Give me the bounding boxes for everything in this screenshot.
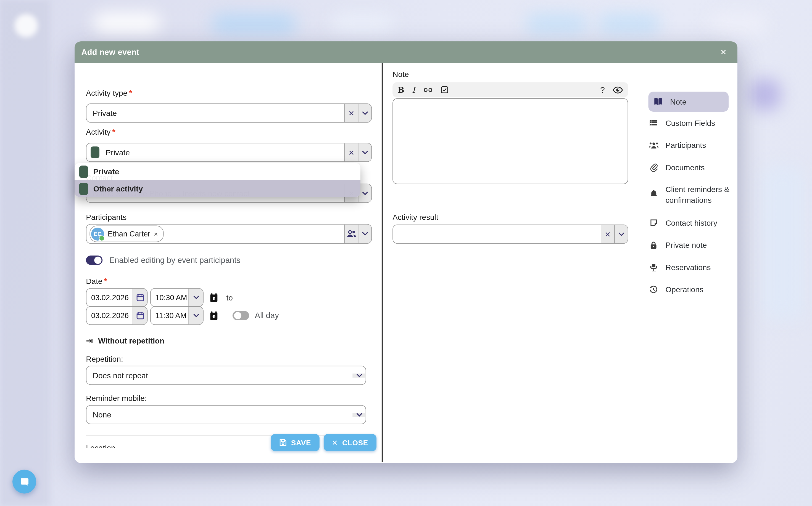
chat-bubble-icon bbox=[19, 476, 29, 487]
reminder-mobile-select[interactable]: None bbox=[86, 405, 366, 424]
skip-to-end-icon: ⇥ bbox=[86, 336, 93, 346]
participant-chip[interactable]: EC Ethan Carter × bbox=[89, 226, 163, 242]
start-date-field[interactable] bbox=[86, 288, 147, 307]
without-repetition-row: ⇥ Without repetition bbox=[86, 336, 372, 346]
all-day-toggle[interactable] bbox=[232, 311, 249, 320]
save-button[interactable]: SAVE bbox=[271, 434, 320, 451]
event-form-column: Activity type* Private ✕ Activity* Priva… bbox=[75, 63, 382, 463]
blurred-button-blob bbox=[598, 13, 660, 34]
note-textarea[interactable] bbox=[393, 98, 628, 184]
calendar-icon[interactable] bbox=[133, 307, 147, 325]
note-card-icon bbox=[649, 219, 659, 227]
note-label: Note bbox=[393, 70, 409, 79]
presence-dot bbox=[99, 235, 105, 241]
close-x-icon: ✕ bbox=[332, 438, 338, 447]
sidebar-item-client-reminders[interactable]: Client reminders & confirmations bbox=[649, 184, 733, 205]
lock-icon bbox=[649, 241, 659, 249]
reminder-mobile-label: Reminder mobile: bbox=[86, 394, 372, 403]
chevron-down-icon[interactable] bbox=[358, 225, 371, 243]
preview-eye-icon[interactable] bbox=[613, 86, 623, 93]
dropdown-option-private[interactable]: Private bbox=[75, 163, 360, 180]
clear-icon[interactable]: ✕ bbox=[601, 225, 614, 243]
chevron-down-icon[interactable] bbox=[189, 288, 203, 306]
blurred-panel-blob bbox=[762, 166, 804, 321]
end-date-field[interactable] bbox=[86, 306, 147, 325]
without-repetition-label: Without repetition bbox=[98, 336, 164, 345]
modal-actions: SAVE ✕ CLOSE bbox=[271, 434, 377, 451]
activity-result-label: Activity result bbox=[393, 213, 438, 222]
blurred-toolbar-blob bbox=[93, 12, 161, 34]
blurred-accent-blob bbox=[750, 79, 781, 111]
calendar-add-icon[interactable] bbox=[209, 293, 219, 302]
calendar-add-icon[interactable] bbox=[209, 311, 219, 320]
avatar: EC bbox=[91, 227, 104, 240]
note-column: Note B I ? Activity result bbox=[383, 63, 641, 463]
note-toolbar: B I ? bbox=[393, 82, 628, 97]
link-icon[interactable] bbox=[423, 86, 433, 93]
help-icon[interactable]: ? bbox=[600, 85, 605, 94]
chevron-down-icon[interactable] bbox=[189, 307, 203, 325]
sidebar-item-documents[interactable]: Documents bbox=[649, 163, 733, 172]
editing-toggle-row: Enabled editing by event participants bbox=[86, 255, 372, 265]
chevron-down-icon[interactable] bbox=[353, 373, 366, 377]
activity-label: Activity* bbox=[86, 127, 372, 137]
bold-icon[interactable]: B bbox=[398, 85, 404, 94]
chat-fab-button[interactable] bbox=[12, 470, 36, 494]
modal-close-icon[interactable]: ✕ bbox=[718, 48, 729, 57]
table-icon bbox=[649, 119, 659, 126]
sidebar-item-note[interactable]: Note bbox=[649, 92, 729, 112]
activity-type-select[interactable]: Private ✕ bbox=[86, 103, 372, 122]
clear-icon[interactable]: ✕ bbox=[344, 104, 358, 122]
seat-icon bbox=[649, 263, 659, 271]
users-icon bbox=[649, 142, 659, 149]
sidebar-item-participants[interactable]: Participants bbox=[649, 141, 733, 150]
sidebar-item-private-note[interactable]: Private note bbox=[649, 241, 733, 249]
option-color-swatch bbox=[79, 182, 88, 195]
date-label: Date* bbox=[86, 277, 372, 286]
activity-dropdown: Private Other activity bbox=[75, 163, 360, 197]
bell-icon bbox=[649, 189, 659, 198]
italic-icon[interactable]: I bbox=[412, 85, 415, 94]
end-time-input[interactable] bbox=[151, 307, 189, 325]
checkbox-icon[interactable] bbox=[441, 86, 448, 93]
start-time-field[interactable] bbox=[150, 288, 204, 307]
start-time-input[interactable] bbox=[151, 288, 189, 306]
chip-remove-icon[interactable]: × bbox=[154, 230, 158, 238]
chevron-down-icon[interactable] bbox=[358, 143, 371, 161]
sidebar-item-reservations[interactable]: Reservations bbox=[649, 263, 733, 272]
editing-toggle-label: Enabled editing by event participants bbox=[109, 255, 241, 265]
column-divider bbox=[382, 63, 383, 462]
date-row-start: to bbox=[86, 288, 372, 307]
blurred-button-blob bbox=[331, 13, 394, 34]
activity-type-value: Private bbox=[86, 109, 123, 117]
paperclip-icon bbox=[649, 163, 659, 172]
activity-value: Private bbox=[99, 148, 136, 157]
participants-field[interactable]: EC Ethan Carter × bbox=[86, 224, 372, 244]
sidebar-item-custom-fields[interactable]: Custom Fields bbox=[649, 118, 733, 127]
book-icon bbox=[653, 98, 663, 105]
modal-header: Add new event ✕ bbox=[75, 41, 737, 63]
sidebar-item-contact-history[interactable]: Contact history bbox=[649, 218, 733, 227]
activity-select[interactable]: Private ✕ bbox=[86, 143, 372, 162]
close-button[interactable]: ✕ CLOSE bbox=[323, 434, 377, 451]
sidebar-item-operations[interactable]: Operations bbox=[649, 285, 733, 294]
participants-label: Participants bbox=[86, 213, 372, 222]
chevron-down-icon[interactable] bbox=[614, 225, 628, 243]
editing-toggle[interactable] bbox=[86, 255, 103, 265]
activity-result-select[interactable]: ✕ bbox=[393, 225, 628, 244]
end-date-input[interactable] bbox=[86, 307, 133, 325]
to-label: to bbox=[226, 293, 232, 302]
dropdown-option-other-activity[interactable]: Other activity bbox=[75, 180, 360, 197]
save-icon bbox=[279, 439, 287, 446]
select-users-icon[interactable] bbox=[344, 225, 358, 243]
calendar-icon[interactable] bbox=[133, 288, 147, 306]
activity-type-label: Activity type* bbox=[86, 89, 372, 98]
clear-icon[interactable]: ✕ bbox=[344, 143, 358, 161]
start-date-input[interactable] bbox=[86, 288, 133, 306]
repetition-select[interactable]: Does not repeat bbox=[86, 366, 366, 385]
blurred-button-blob bbox=[211, 13, 297, 34]
blurred-logo-circle bbox=[15, 14, 38, 37]
chevron-down-icon[interactable] bbox=[353, 413, 366, 417]
end-time-field[interactable] bbox=[150, 306, 204, 325]
chevron-down-icon[interactable] bbox=[358, 104, 371, 122]
